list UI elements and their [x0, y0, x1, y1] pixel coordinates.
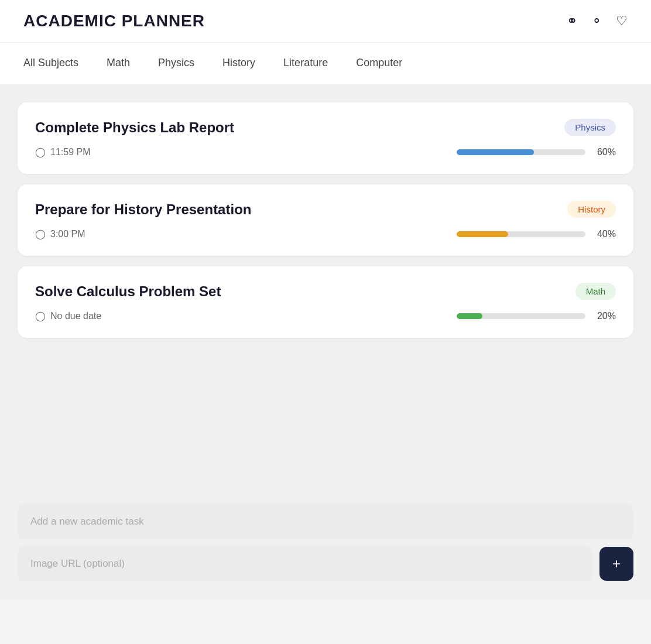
- task-due-time: 3:00 PM: [50, 229, 85, 239]
- header: ACADEMIC PLANNER ⚭ ⚬ ♡: [0, 0, 651, 43]
- progress-pct: 60%: [592, 147, 616, 157]
- nav-tabs: All Subjects Math Physics History Litera…: [0, 43, 651, 85]
- task-card: Complete Physics Lab Report Physics ◯ 11…: [18, 102, 633, 174]
- subject-badge-history: History: [567, 201, 616, 218]
- task-due-time: No due date: [50, 311, 101, 321]
- task-due-time: 11:59 PM: [50, 147, 90, 157]
- task-time: ◯ 3:00 PM: [35, 228, 85, 239]
- clock-icon: ◯: [35, 310, 46, 321]
- header-icons: ⚭ ⚬ ♡: [567, 15, 628, 28]
- progress-bar-bg: [457, 313, 585, 319]
- task-card: Prepare for History Presentation History…: [18, 184, 633, 256]
- search-icon[interactable]: ⚭: [567, 15, 577, 28]
- task-time: ◯ No due date: [35, 310, 101, 321]
- tab-math[interactable]: Math: [107, 43, 130, 84]
- tab-computer[interactable]: Computer: [356, 43, 402, 84]
- progress-bar-fill: [457, 149, 534, 155]
- clock-icon: ◯: [35, 228, 46, 239]
- main-content: Complete Physics Lab Report Physics ◯ 11…: [0, 85, 651, 495]
- tab-literature[interactable]: Literature: [283, 43, 328, 84]
- task-input[interactable]: [18, 504, 633, 539]
- progress-pct: 40%: [592, 229, 616, 239]
- input-area: +: [0, 495, 651, 600]
- task-input-wrapper: [18, 504, 633, 539]
- tab-history[interactable]: History: [222, 43, 255, 84]
- tab-all-subjects[interactable]: All Subjects: [23, 43, 78, 84]
- task-title: Solve Calculus Problem Set: [35, 283, 221, 300]
- url-input-row: +: [18, 546, 633, 581]
- task-title: Complete Physics Lab Report: [35, 119, 234, 136]
- task-title: Prepare for History Presentation: [35, 201, 251, 218]
- progress-area: 20%: [457, 311, 616, 321]
- task-time: ◯ 11:59 PM: [35, 146, 90, 157]
- add-task-button[interactable]: +: [599, 547, 633, 581]
- url-input[interactable]: [18, 546, 592, 581]
- user-icon[interactable]: ⚬: [591, 15, 602, 28]
- subject-badge-math: Math: [575, 283, 616, 300]
- clock-icon: ◯: [35, 146, 46, 157]
- tab-physics[interactable]: Physics: [158, 43, 194, 84]
- progress-pct: 20%: [592, 311, 616, 321]
- task-card: Solve Calculus Problem Set Math ◯ No due…: [18, 266, 633, 338]
- heart-icon[interactable]: ♡: [616, 15, 628, 28]
- progress-bar-bg: [457, 231, 585, 237]
- app-title: ACADEMIC PLANNER: [23, 12, 205, 30]
- progress-bar-fill: [457, 313, 482, 319]
- progress-area: 40%: [457, 229, 616, 239]
- progress-area: 60%: [457, 147, 616, 157]
- plus-icon: +: [612, 557, 621, 571]
- subject-badge-physics: Physics: [564, 119, 616, 136]
- progress-bar-bg: [457, 149, 585, 155]
- progress-bar-fill: [457, 231, 508, 237]
